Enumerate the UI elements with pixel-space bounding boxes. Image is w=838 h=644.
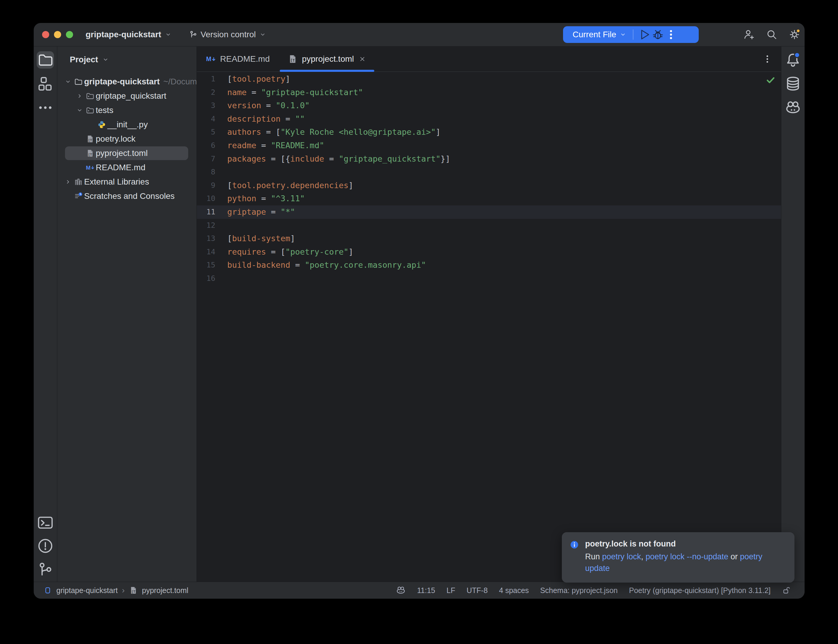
inspections-ok-icon[interactable] (766, 75, 776, 85)
minimize-window-button[interactable] (54, 31, 61, 38)
code-line[interactable]: 15build-backend = "poetry.core.masonry.a… (197, 258, 781, 272)
code-line[interactable]: 9[tool.poetry.dependencies] (197, 179, 781, 192)
code-text: authors = ["Kyle Roche <hello@griptape.a… (215, 125, 440, 139)
code-text: [build-system] (215, 232, 295, 245)
tree-item-label: griptape_quickstart (96, 91, 166, 101)
tree-item-tests[interactable]: tests (57, 103, 197, 117)
folder-package-icon (85, 106, 95, 115)
tree-item-label: griptape-quickstart (84, 77, 160, 87)
status-item-schema[interactable]: Schema: pyproject.json (540, 586, 618, 595)
tree-item-pyproject-toml[interactable]: [T]pyproject.toml (57, 146, 197, 160)
close-icon (358, 55, 366, 63)
code-line[interactable]: 1[tool.poetry] (197, 72, 781, 86)
tab-pyproject[interactable]: [T] pyproject.toml (279, 46, 375, 72)
tree-item-external-libraries[interactable]: External Libraries (57, 175, 197, 189)
tree-item-griptape-quickstart[interactable]: griptape_quickstart (57, 89, 197, 103)
more-toolwindows-button[interactable] (37, 99, 54, 116)
bug-icon (651, 28, 664, 41)
tab-readme[interactable]: M README.md (197, 46, 279, 72)
titlebar-actions (743, 23, 800, 46)
tree-item-label: poetry.lock (96, 134, 135, 144)
notifications-button[interactable] (784, 51, 802, 69)
ai-assistant-button[interactable] (784, 99, 802, 116)
code-line[interactable]: 4description = "" (197, 112, 781, 126)
code-text (215, 219, 227, 232)
add-user-button[interactable] (743, 29, 755, 41)
folder-icon (73, 77, 84, 86)
add-user-icon (743, 29, 755, 41)
code-line[interactable]: 10python = "^3.11" (197, 192, 781, 205)
search-everywhere-button[interactable] (766, 29, 778, 41)
tree-item-griptape-quickstart[interactable]: griptape-quickstart~/Docume (57, 74, 197, 89)
breadcrumb-file[interactable]: pyproject.toml (142, 586, 189, 595)
tree-item-scratches-and-consoles[interactable]: Scratches and Consoles (57, 189, 197, 203)
chevron-down-icon[interactable] (74, 107, 85, 114)
breadcrumb-project[interactable]: griptape-quickstart (56, 586, 118, 595)
database-icon (784, 75, 802, 92)
code-line[interactable]: 7packages = [{include = "griptape_quicks… (197, 152, 781, 166)
tab-options-button[interactable] (762, 54, 773, 64)
vcs-toolwindow-button[interactable] (37, 561, 54, 578)
database-toolwindow-button[interactable] (784, 75, 802, 92)
vcs-widget[interactable]: Version control (189, 30, 266, 39)
close-window-button[interactable] (42, 31, 49, 38)
project-toolwindow-button[interactable] (37, 51, 54, 69)
code-line[interactable]: 12 (197, 219, 781, 232)
lock-icon[interactable] (782, 586, 791, 595)
terminal-toolwindow-button[interactable] (37, 514, 54, 531)
status-item-indent[interactable]: 4 spaces (499, 586, 529, 595)
code-line[interactable]: 11griptape = "*" (197, 205, 781, 219)
chevron-right-icon[interactable] (74, 92, 85, 100)
chevron-right-icon[interactable] (62, 178, 73, 186)
project-widget[interactable]: griptape-quickstart (85, 30, 172, 39)
git-branch-icon (189, 30, 198, 39)
ai-assistant-status-icon[interactable] (396, 585, 406, 595)
code-line[interactable]: 3version = "0.1.0" (197, 99, 781, 112)
notification-link[interactable]: poetry lock (602, 552, 641, 561)
tree-item-poetry-lock[interactable]: [T]poetry.lock (57, 132, 197, 146)
tree-item--init-py[interactable]: __init__.py (57, 117, 197, 132)
tree-item-readme-md[interactable]: MREADME.md (57, 160, 197, 175)
python-icon (97, 120, 107, 129)
kebab-icon (762, 54, 773, 64)
code-line[interactable]: 8 (197, 166, 781, 179)
bell-icon (784, 51, 802, 69)
status-item-interpreter[interactable]: Poetry (griptape-quickstart) [Python 3.1… (629, 586, 771, 595)
tree-item-path: ~/Docume (163, 77, 197, 87)
settings-button[interactable] (789, 29, 800, 41)
code-line[interactable]: 5authors = ["Kyle Roche <hello@griptape.… (197, 125, 781, 139)
code-line[interactable]: 6readme = "README.md" (197, 139, 781, 152)
main-area: Project griptape-quickstart~/Documegript… (34, 46, 805, 582)
tree-item-label: External Libraries (84, 177, 149, 187)
code-line[interactable]: 14requires = ["poetry-core"] (197, 245, 781, 259)
git-branch-icon (37, 561, 54, 578)
status-item-encoding[interactable]: UTF-8 (467, 586, 488, 595)
code-line[interactable]: 13[build-system] (197, 232, 781, 245)
close-tab-button[interactable] (358, 55, 366, 63)
tree-item-label: README.md (96, 163, 145, 172)
code-editor[interactable]: 1[tool.poetry]2name = "griptape-quicksta… (197, 72, 781, 582)
line-number: 9 (197, 179, 215, 192)
run-configuration-selector[interactable]: Current File (573, 30, 627, 39)
project-tree: griptape-quickstart~/Documegriptape_quic… (57, 73, 197, 582)
status-bar-widgets: 11:15LFUTF-84 spacesSchema: pyproject.js… (396, 585, 791, 595)
search-icon (766, 29, 778, 41)
status-item-line-ending[interactable]: LF (447, 586, 455, 595)
terminal-icon (37, 514, 54, 531)
status-item-caret-position[interactable]: 11:15 (417, 586, 435, 595)
code-text: packages = [{include = "griptape_quickst… (215, 152, 450, 166)
more-run-options-button[interactable] (664, 28, 677, 41)
problems-toolwindow-button[interactable] (37, 537, 54, 555)
line-number: 12 (197, 219, 215, 232)
code-line[interactable]: 2name = "griptape-quickstart" (197, 86, 781, 99)
code-line[interactable]: 16 (197, 272, 781, 285)
project-panel-header[interactable]: Project (57, 46, 197, 73)
line-number: 2 (197, 86, 215, 99)
chevron-down-icon[interactable] (62, 78, 73, 85)
tab-label: pyproject.toml (302, 54, 354, 64)
debug-button[interactable] (651, 28, 664, 41)
run-button[interactable] (638, 28, 651, 41)
structure-toolwindow-button[interactable] (37, 75, 54, 92)
notification-link[interactable]: poetry lock --no-update (646, 552, 728, 561)
zoom-window-button[interactable] (66, 31, 73, 38)
